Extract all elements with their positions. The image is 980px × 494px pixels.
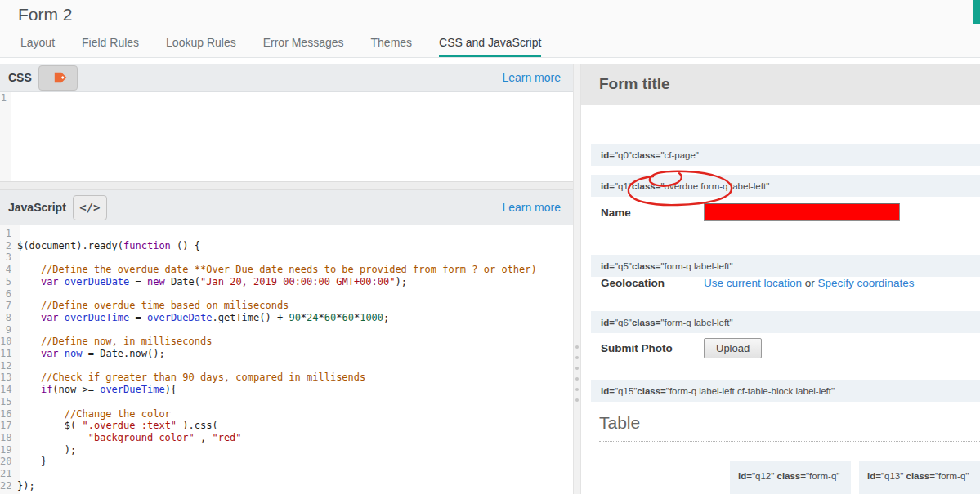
tab-themes[interactable]: Themes — [371, 36, 413, 57]
code-text — [17, 396, 23, 408]
attr-name-text: id= — [601, 318, 615, 327]
geolocation-field-label: Geolocation — [601, 277, 704, 289]
tab-layout[interactable]: Layout — [20, 36, 55, 57]
code-token: * — [319, 312, 324, 323]
attr-value-text: "q12" — [752, 471, 777, 481]
css-snippets-button[interactable] — [38, 65, 78, 91]
attr-name-text: class= — [632, 150, 661, 160]
line-number: 19 — [0, 444, 17, 456]
js-snippets-button[interactable]: </> — [73, 195, 107, 220]
attr-value-text: "form-q label-left" — [660, 318, 732, 327]
code-token: }); — [17, 480, 35, 492]
code-line: 17 $( ".overdue :text" ).css( — [0, 420, 573, 432]
code-text: } — [17, 456, 47, 468]
tab-lookup-rules[interactable]: Lookup Rules — [166, 36, 236, 57]
accent-edge-button[interactable] — [973, 0, 980, 24]
code-token: Date( — [165, 276, 200, 287]
js-editor[interactable]: 1 2$(document).ready(function () {3 4 //… — [0, 225, 573, 494]
code-text — [10, 92, 16, 105]
code-line: 13 //Check if greater than 90 days, comp… — [0, 372, 573, 384]
code-text: var overDueTime = overDueDate.getTime() … — [17, 312, 389, 324]
id-box-q12: id="q12" class="form-q" — [730, 461, 851, 494]
name-text-input[interactable] — [704, 203, 900, 221]
css-panel-title: CSS — [8, 71, 32, 84]
js-panel-title: JavaScript — [8, 201, 66, 214]
code-line: 6 — [0, 288, 573, 300]
code-token — [59, 348, 65, 359]
vertical-splitter[interactable] — [573, 64, 581, 494]
tab-field-rules[interactable]: Field Rules — [82, 36, 139, 57]
line-number: 1 — [0, 92, 10, 105]
attr-value-text: "q0" — [615, 150, 632, 160]
line-number: 5 — [0, 276, 17, 288]
form-title-text: Form title — [599, 75, 670, 93]
code-token — [17, 384, 41, 395]
attr-value-text: "form-q" — [935, 471, 969, 481]
line-number: 2 — [0, 240, 17, 252]
code-token: ; — [383, 312, 389, 323]
code-line: 5 var overDueDate = new Date("Jan 20, 20… — [0, 276, 573, 288]
code-text: //Change the color — [17, 408, 171, 421]
line-number: 21 — [0, 468, 17, 480]
attr-name-text: id= — [601, 150, 615, 160]
attr-name-text: class= — [637, 386, 666, 396]
css-learn-more-link[interactable]: Learn more — [502, 71, 561, 84]
line-number: 22 — [0, 480, 17, 492]
code-line: 21 — [0, 468, 573, 480]
js-panel-header: JavaScript </> Learn more — [0, 190, 573, 225]
code-line: 12 — [0, 360, 573, 372]
line-number: 20 — [0, 456, 17, 468]
table-section-divider — [599, 441, 980, 442]
css-editor[interactable]: 1 — [0, 92, 573, 181]
form-preview-body: id="q0" class="cf-page" id="q1" class="o… — [581, 105, 980, 494]
code-token: var — [41, 276, 59, 287]
code-line: 2$(document).ready(function () { — [0, 240, 573, 252]
geolocation-separator: or — [802, 277, 818, 289]
code-line: 1 — [0, 228, 573, 240]
geolocation-controls: Use current location or Specify coordina… — [704, 277, 914, 289]
attr-value-text: "cf-page" — [660, 150, 699, 160]
line-number: 18 — [0, 432, 17, 444]
code-line: 16 //Change the color — [0, 408, 573, 421]
use-current-location-link[interactable]: Use current location — [704, 277, 802, 289]
code-token — [17, 348, 41, 359]
specify-coordinates-link[interactable]: Specify coordinates — [818, 277, 915, 289]
code-line: 8 var overDueTime = overDueDate.getTime(… — [0, 312, 573, 324]
code-line: 7 //Define overdue time based on milisec… — [0, 300, 573, 312]
code-token: now — [65, 348, 83, 359]
code-token — [17, 276, 41, 287]
geolocation-field-row: Geolocation Use current location or Spec… — [601, 272, 980, 293]
tab-error-messages[interactable]: Error Messages — [263, 36, 344, 57]
horizontal-splitter[interactable] — [0, 181, 573, 190]
code-token: overDueDate — [147, 312, 212, 323]
id-box-q13: id="q13" class="form-q" — [859, 461, 980, 494]
code-token: (now >= — [52, 384, 100, 395]
css-panel-header: CSS Learn more — [0, 64, 573, 92]
code-line: 18 "background-color" , "red" — [0, 432, 573, 444]
line-number: 10 — [0, 336, 17, 348]
upload-button[interactable]: Upload — [704, 338, 762, 358]
code-line: 19 ); — [0, 444, 573, 456]
code-token: , — [195, 432, 213, 443]
code-token: if — [41, 384, 52, 395]
code-token: 60 — [324, 312, 336, 323]
name-field-row: Name — [601, 200, 980, 225]
attr-value-text: "q6" — [615, 318, 632, 327]
code-token: overDueTime — [100, 384, 164, 395]
attr-value-text: "q5" — [615, 261, 632, 271]
code-token: * — [301, 312, 307, 323]
top-bar: Form 2 — [0, 0, 980, 36]
code-token: //Define now, in milliseconds — [17, 336, 212, 347]
line-number: 1 — [0, 228, 17, 240]
code-token: "Jan 20, 2019 00:00:00 GMT+00:00" — [200, 276, 395, 287]
code-text: var now = Date.now(); — [17, 348, 165, 360]
tab-css-and-javascript[interactable]: CSS and JavaScript — [439, 36, 541, 57]
code-text — [17, 288, 23, 300]
js-learn-more-link[interactable]: Learn more — [502, 201, 561, 214]
line-number: 12 — [0, 360, 17, 372]
attr-name-text: class= — [632, 181, 661, 191]
code-line: 22}); — [0, 480, 573, 492]
code-token: ){ — [165, 384, 177, 395]
code-token: "red" — [212, 432, 241, 443]
line-number: 3 — [0, 251, 17, 264]
